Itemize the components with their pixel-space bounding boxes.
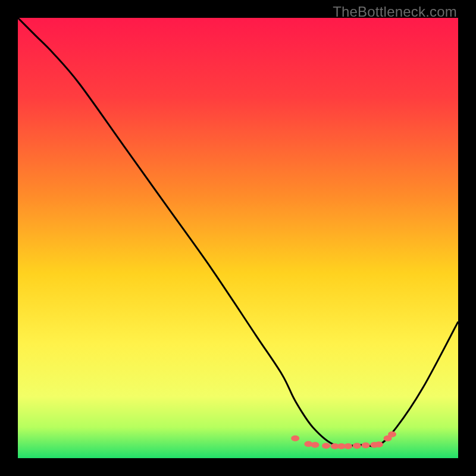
optimal-range-dot [362, 443, 370, 449]
bottleneck-chart [18, 18, 458, 458]
gradient-background [18, 18, 458, 458]
optimal-range-dot [388, 431, 396, 437]
optimal-range-dot [311, 442, 320, 448]
optimal-range-dot [353, 443, 361, 449]
optimal-range-dot [375, 441, 383, 447]
optimal-range-dot [344, 443, 352, 449]
chart-frame [18, 18, 458, 458]
optimal-range-dot [291, 436, 299, 441]
optimal-range-dot [322, 443, 330, 449]
